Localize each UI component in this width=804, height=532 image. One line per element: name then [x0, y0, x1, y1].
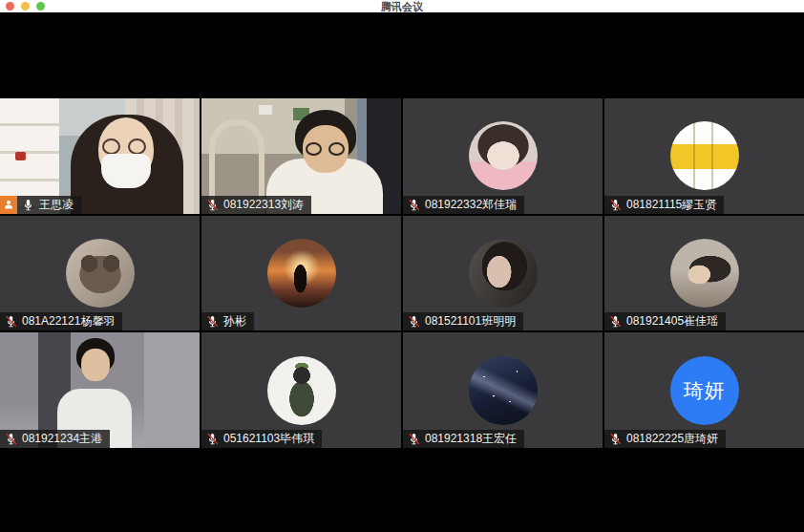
- avatar: [670, 239, 739, 308]
- participant-name-tag: 王思凌: [0, 196, 81, 214]
- glasses-left: [306, 142, 322, 156]
- avatar: [469, 121, 538, 190]
- participant-name: 王思凌: [39, 197, 74, 213]
- participant-name: 081A22121杨馨羽: [22, 313, 115, 330]
- mic-on-icon: [22, 199, 34, 211]
- participant-name-tag: 081921234主港: [0, 430, 110, 448]
- participant-name-tag: 081922313刘涛: [201, 196, 311, 214]
- wall-poster: [259, 105, 272, 115]
- avatar: [670, 121, 739, 190]
- participant-name: 081921405崔佳瑶: [626, 313, 718, 330]
- avatar: [66, 239, 135, 308]
- participant-name-tag: 081922332郑佳瑞: [403, 196, 524, 214]
- face-mask: [101, 154, 151, 188]
- participant-name-tag: 081921318王宏任: [403, 430, 524, 448]
- avatar-initials: 琦妍: [684, 377, 726, 404]
- glasses-right: [128, 138, 146, 155]
- participant-name: 081921234主港: [22, 431, 102, 447]
- person-face: [81, 349, 110, 381]
- avatar: 琦妍: [670, 356, 739, 425]
- participant-tile[interactable]: 081821115繆玉贤: [604, 98, 804, 214]
- participant-name: 081521101班明明: [425, 313, 516, 330]
- participant-name: 081822225唐琦妍: [626, 431, 718, 447]
- participant-name: 051621103毕伟琪: [223, 431, 314, 447]
- muted-mic-icon: [206, 433, 219, 445]
- muted-mic-icon: [609, 199, 622, 211]
- muted-mic-icon: [408, 433, 420, 445]
- participant-name-tag: 081521101班明明: [403, 312, 523, 330]
- window-title: 腾讯会议: [0, 0, 804, 13]
- participant-name-tag: 051621103毕伟琪: [201, 430, 322, 448]
- gray-pole: [357, 98, 367, 167]
- participant-name-tag: 081821115繆玉贤: [604, 196, 724, 214]
- muted-mic-icon: [5, 433, 17, 445]
- participant-name-tag: 081921405崔佳瑶: [604, 312, 726, 330]
- avatar: [267, 356, 336, 425]
- participant-name: 孙彬: [223, 313, 246, 330]
- participant-name: 081921318王宏任: [425, 431, 517, 447]
- glasses-left: [102, 138, 120, 155]
- participant-name-tag: 081822225唐琦妍: [604, 430, 726, 448]
- participant-tile[interactable]: 081A22121杨馨羽: [0, 216, 200, 331]
- muted-mic-icon: [609, 315, 622, 328]
- participant-tile[interactable]: 081922332郑佳瑞: [403, 98, 603, 214]
- participant-name: 081922313刘涛: [223, 197, 304, 213]
- participant-tile[interactable]: 孙彬: [201, 216, 401, 331]
- titlebar: 腾讯会议: [0, 0, 804, 12]
- participant-name: 081821115繆玉贤: [626, 197, 716, 213]
- avatar: [469, 356, 538, 425]
- muted-mic-icon: [206, 315, 219, 328]
- participant-tile[interactable]: 琦妍 081822225唐琦妍: [604, 332, 804, 448]
- participant-tile[interactable]: 081521101班明明: [403, 216, 603, 331]
- participant-name-tag: 孙彬: [201, 312, 254, 330]
- muted-mic-icon: [206, 199, 219, 211]
- screen-share-host-icon: [0, 196, 17, 214]
- right-wall: [144, 332, 200, 448]
- muted-mic-icon: [408, 315, 420, 328]
- participant-grid: 王思凌: [0, 98, 804, 448]
- participant-tile[interactable]: 081921318王宏任: [403, 332, 603, 448]
- muted-mic-icon: [408, 199, 420, 211]
- participant-tile[interactable]: 081921405崔佳瑶: [604, 216, 804, 331]
- participant-tile[interactable]: 王思凌: [0, 98, 200, 214]
- participant-tile[interactable]: 081922313刘涛: [201, 98, 401, 214]
- meeting-window: 腾讯会议: [0, 0, 804, 532]
- red-toy: [15, 152, 26, 160]
- participant-name-tag: 081A22121杨馨羽: [0, 312, 122, 330]
- person-icon: [3, 199, 14, 210]
- muted-mic-icon: [5, 315, 17, 328]
- participant-name: 081922332郑佳瑞: [425, 197, 517, 213]
- glasses-right: [328, 142, 345, 156]
- participant-tile[interactable]: 081921234主港: [0, 332, 200, 448]
- avatar: [267, 239, 336, 308]
- participant-tile[interactable]: 051621103毕伟琪: [201, 332, 401, 448]
- muted-mic-icon: [609, 433, 622, 445]
- avatar: [469, 239, 538, 308]
